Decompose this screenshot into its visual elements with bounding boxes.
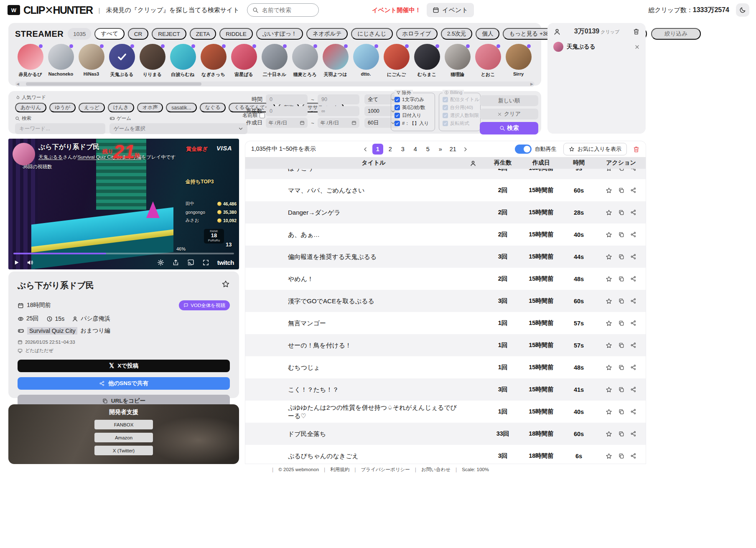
table-row[interactable]: 偏向報道を推奨する天鬼ぷるる 3回 15時間前 44s: [245, 246, 646, 268]
row-share-button[interactable]: [630, 386, 636, 393]
share-sns-button[interactable]: 他のSNSで共有: [18, 377, 230, 390]
exclude-option[interactable]: 英/記/絵/数: [395, 104, 431, 112]
row-clip-title[interactable]: せーの！鳥を付ける！: [285, 341, 462, 350]
page-button[interactable]: 2: [385, 144, 396, 155]
row-clip-title[interactable]: 無言マンゴー: [285, 319, 462, 327]
delete-results-button[interactable]: [633, 146, 640, 153]
row-copy-button[interactable]: [618, 298, 624, 304]
row-favorite-button[interactable]: [606, 320, 612, 327]
row-clip-title[interactable]: むちつじょ: [285, 363, 462, 372]
row-copy-button[interactable]: [618, 431, 624, 437]
row-favorite-button[interactable]: [606, 386, 612, 393]
row-share-button[interactable]: [630, 276, 636, 282]
scroll-left-arrow[interactable]: ◀: [16, 82, 19, 86]
table-row[interactable]: ぼうこう 2回 15時間前 9s: [245, 169, 646, 179]
group-filter-chip[interactable]: 個人: [476, 28, 499, 40]
time-from-input[interactable]: [266, 94, 308, 104]
name-search-box[interactable]: [247, 3, 319, 17]
popular-word-chip[interactable]: えっど: [79, 103, 105, 112]
popular-word-chip[interactable]: オホ声: [137, 103, 163, 112]
search-submit-button[interactable]: 検索: [480, 122, 538, 134]
exclude-option[interactable]: #：【】入り: [395, 119, 431, 127]
order-newest-button[interactable]: 新しい順: [480, 95, 538, 106]
table-row[interactable]: ぷるびちゃんのなきごえ 3回 18時間前 6s: [245, 445, 646, 464]
support-link-button[interactable]: X (Twitter): [94, 446, 153, 455]
streamer-item[interactable]: 宙星ぱる: [229, 44, 259, 80]
row-share-button[interactable]: [630, 231, 636, 238]
streamer-item[interactable]: 天鬼ぷるる: [107, 44, 137, 80]
page-button[interactable]: 1: [372, 144, 383, 155]
play-button[interactable]: [13, 259, 20, 266]
row-clip-title[interactable]: ママ、パパ、ごめんなさい: [285, 186, 462, 195]
row-copy-button[interactable]: [618, 254, 624, 260]
group-filter-chip[interactable]: ホロライブ: [396, 28, 438, 40]
volume-button[interactable]: [26, 259, 33, 266]
row-copy-button[interactable]: [618, 231, 624, 238]
row-share-button[interactable]: [630, 408, 636, 415]
event-button[interactable]: イベント: [427, 3, 473, 17]
row-copy-button[interactable]: [618, 276, 624, 282]
row-copy-button[interactable]: [618, 320, 624, 326]
row-copy-button[interactable]: [618, 187, 624, 193]
row-clip-title[interactable]: あ、あぁ…: [285, 231, 462, 239]
group-filter-chip[interactable]: にじさんじ: [351, 28, 392, 40]
streamer-item[interactable]: dtto.: [351, 44, 381, 80]
clear-filters-button[interactable]: クリア: [480, 109, 538, 119]
remove-selected-button[interactable]: [634, 44, 640, 50]
row-favorite-button[interactable]: [606, 431, 612, 437]
popular-word-chip[interactable]: けんき: [108, 103, 134, 112]
streamer-item[interactable]: ろ: [534, 44, 535, 80]
row-clip-title[interactable]: ぼうこう: [285, 169, 462, 172]
logo[interactable]: W CLIP✕HUNTER: [8, 4, 93, 16]
streamer-item[interactable]: なぎさっち: [198, 44, 229, 80]
streamer-item[interactable]: とおこ: [473, 44, 503, 80]
views-to-input[interactable]: [318, 106, 359, 116]
support-link-button[interactable]: Amazon: [94, 433, 153, 442]
date-from-input[interactable]: 年 /月/日: [266, 118, 308, 128]
group-filter-chip[interactable]: CR: [128, 28, 149, 40]
table-row[interactable]: あ、あぁ… 2回 15時間前 40s: [245, 223, 646, 246]
views-from-input[interactable]: [266, 106, 308, 116]
group-filter-chip[interactable]: 2.5次元: [441, 28, 473, 40]
page-button[interactable]: 3: [397, 144, 408, 155]
streamer-item[interactable]: 二十日ネル: [259, 44, 290, 80]
row-share-button[interactable]: [630, 254, 636, 260]
checkbox-checked[interactable]: [395, 105, 400, 110]
date-to-input[interactable]: 年 /月/日: [318, 118, 359, 128]
group-filter-chip[interactable]: ネオポルテ: [306, 28, 348, 40]
table-row[interactable]: やめん！ 2回 15時間前 48s: [245, 268, 646, 290]
time-to-input[interactable]: [318, 94, 359, 104]
row-copy-button[interactable]: [618, 169, 624, 171]
row-favorite-button[interactable]: [606, 209, 612, 216]
exclude-option[interactable]: 日付入り: [395, 112, 431, 119]
table-row[interactable]: ママ、パパ、ごめんなさい 2回 15時間前 60s: [245, 179, 646, 201]
streamer-item[interactable]: Nachoneko: [46, 44, 76, 80]
streamer-item[interactable]: 猫麦とろろ: [290, 44, 320, 80]
row-clip-title[interactable]: ドブ民全落ち: [285, 430, 462, 438]
streamer-item[interactable]: HiNas3: [76, 44, 107, 80]
results-table-viewport[interactable]: ぼうこう 2回 15時間前 9s ママ、パパ、ごめんなさい 2: [245, 169, 646, 464]
row-favorite-button[interactable]: [606, 276, 612, 282]
page-button[interactable]: 5: [423, 144, 433, 155]
row-clip-title[interactable]: ぷゆゆたんは2つの性質を併せ持つ♤それがえんじぇるでびーる♡: [285, 403, 462, 420]
row-share-button[interactable]: [630, 298, 636, 304]
row-copy-button[interactable]: [618, 209, 624, 216]
twitch-logo[interactable]: twitch: [217, 259, 234, 266]
row-copy-button[interactable]: [618, 408, 624, 415]
refine-button[interactable]: 絞り込み: [651, 28, 701, 40]
clear-selection-trash-button[interactable]: [633, 28, 640, 35]
group-filter-chip[interactable]: ぶいすぽっ！: [256, 28, 303, 40]
row-copy-button[interactable]: [618, 364, 624, 370]
streamer-item[interactable]: 白波らむね: [168, 44, 198, 80]
favorite-clip-button[interactable]: [221, 280, 230, 288]
row-favorite-button[interactable]: [606, 254, 612, 260]
table-row[interactable]: 無言マンゴー 1回 15時間前 57s: [245, 312, 646, 334]
popular-word-chip[interactable]: ゆうが: [49, 103, 76, 112]
table-row[interactable]: むちつじょ 1回 15時間前 48s: [245, 356, 646, 378]
share-button[interactable]: [172, 259, 179, 266]
row-share-button[interactable]: [630, 187, 636, 193]
row-share-button[interactable]: [630, 453, 636, 459]
row-share-button[interactable]: [630, 209, 636, 216]
row-favorite-button[interactable]: [606, 231, 612, 238]
show-favorites-button[interactable]: お気に入りを表示: [563, 143, 627, 155]
